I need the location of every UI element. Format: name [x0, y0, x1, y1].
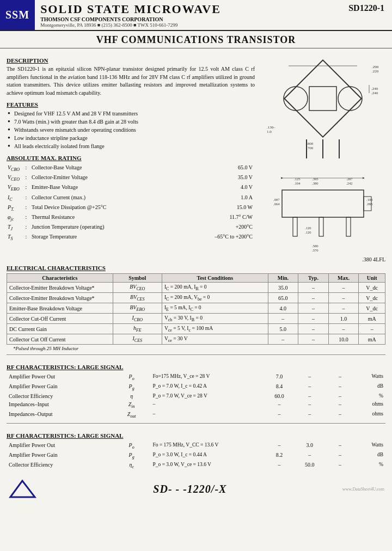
min-cell: 35.0 [268, 283, 298, 293]
svg-text:.064: .064 [273, 202, 280, 206]
sym-cell: BVCEO [113, 283, 162, 293]
page-title: VHF COMMUNICATIONS TRANSISTOR [0, 31, 392, 48]
table-row: Collector-Emitter Breakdown Voltage* BVC… [7, 283, 385, 293]
typ-cell: – [295, 451, 325, 461]
company-sub: THOMSON CSF COMPONENTS CORPORATION [40, 16, 335, 22]
svg-text:.700: .700 [307, 146, 314, 150]
typ-cell: – [298, 283, 329, 293]
desc-cell: Thermal Resistance [29, 213, 176, 223]
company-name: SOLID STATE MICROWAVE [40, 2, 335, 16]
footer: THOMSON-CSF SD- - -1220/-X www.DataSheet… [0, 474, 392, 502]
unit-cell: V_dc [359, 293, 385, 303]
desc-cell: Collector Current (max.) [29, 193, 176, 203]
abs-max-title: ABSOLUTE MAX. RATING [7, 155, 255, 161]
colon-cell: : [23, 183, 29, 193]
unit-cell: dB [355, 382, 385, 392]
list-item: 7.0 Watts (min.) with greater than 8.4 d… [7, 118, 255, 126]
desc-cell: Emitter-Base Voltage [29, 183, 176, 193]
svg-rect-20 [319, 217, 323, 236]
sym-cell: BVEBO [113, 303, 162, 314]
svg-text:.095: .095 [366, 202, 372, 206]
col-min: Min. [268, 274, 298, 283]
rf-table-1: Amplifier Power Out Po Fo=175 MHz, V_ce … [7, 372, 385, 420]
typ-cell: – [298, 303, 329, 314]
colon-cell: : [23, 163, 29, 173]
value-cell: 4.0 V [176, 183, 255, 193]
table-row: PT. : Total Device Dissipation @+25°C 15… [7, 203, 255, 213]
cond-cell: P_o = 7.0 W, I_c = 0.42 A [150, 382, 264, 392]
sym-cell: IC [7, 193, 23, 203]
svg-text:.104: .104 [294, 181, 301, 185]
cond-cell: P_o = 7.0 W, V_ce = 28 V [150, 392, 264, 400]
unit-cell: ohms [355, 410, 385, 420]
unit-cell: mA [359, 314, 385, 324]
right-column: .290 .220 .240 .240 .130– 1.0 .800 .700 [260, 53, 385, 262]
colon-cell: : [23, 203, 29, 213]
svg-rect-3 [309, 87, 336, 111]
divider-2 [7, 423, 385, 424]
cond-cell: – [150, 400, 264, 410]
colon-cell: : [23, 193, 29, 203]
table-row: Emitter-Base Breakdown Voltage BVEBO IE … [7, 303, 385, 314]
cond-cell: Fo = 175 MHz, V_CC = 13.6 V [150, 441, 264, 451]
left-column: DESCRIPTION The SD1220-1 is an epitaxial… [7, 53, 260, 262]
main-content: DESCRIPTION The SD1220-1 is an epitaxial… [0, 48, 392, 262]
unit-cell: – [359, 324, 385, 334]
svg-text:.220: .220 [372, 69, 379, 74]
rf-table-2: Amplifier Power Out Po Fo = 175 MHz, V_C… [7, 441, 385, 470]
sym-cell: Po [113, 441, 151, 451]
max-cell: – [328, 293, 359, 303]
sym-cell: ICBO [113, 314, 162, 324]
svg-text:.570: .570 [312, 248, 318, 252]
value-cell: +200°C [176, 223, 255, 232]
typ-cell: – [298, 314, 329, 324]
package-diagram: .290 .220 .240 .240 .130– 1.0 .800 .700 [266, 55, 380, 164]
table-row: Amplifier Power Out Po Fo = 175 MHz, V_C… [7, 441, 385, 451]
sym-cell: BVCES [113, 293, 162, 303]
part-number-header: SD1220-1 [341, 0, 392, 30]
svg-rect-19 [293, 217, 297, 236]
cond-cell: Vce = 5 V, Ic = 100 mA [162, 324, 268, 334]
char-cell: Amplifier Power Gain [7, 382, 113, 392]
max-cell: – [325, 392, 356, 400]
table-row: VEBO : Emitter-Base Voltage 4.0 V [7, 183, 255, 193]
table-row: Collector-Emitter Breakdown Voltage* BVC… [7, 293, 385, 303]
unit-cell: Watts [355, 441, 385, 451]
divider-1 [7, 354, 385, 355]
features-title: FEATURES [7, 101, 255, 108]
features-list: Designed for VHF 12.5 V AM and 28 V FM t… [7, 109, 255, 150]
dims-svg: .125 .104 .395 .380 .287 .242 .087 .064 … [266, 168, 380, 255]
cond-cell: P_o = 3.0 W, V_ce = 13.6 V [150, 461, 264, 470]
svg-text:.240: .240 [371, 87, 378, 91]
sym-cell: Pg [113, 451, 151, 461]
header: SSM SOLID STATE MICROWAVE THOMSON CSF CO… [0, 0, 392, 31]
value-cell: 15.0 W [176, 203, 255, 213]
package-svg: .290 .220 .240 .240 .130– 1.0 .800 .700 [266, 55, 380, 164]
svg-text:.395: .395 [312, 177, 318, 181]
svg-marker-38 [10, 481, 35, 497]
sym-cell: TJ [7, 223, 23, 232]
col-unit: Unit [359, 274, 385, 283]
sym-cell: φjc [7, 213, 23, 223]
cond-cell: – [150, 410, 264, 420]
colon-cell: : [23, 232, 29, 242]
desc-cell: Junction Temperature (operating) [29, 223, 176, 232]
desc-cell: Storage Temperature [29, 232, 176, 242]
desc-cell: Collector-Base Voltage [29, 163, 176, 173]
sym-cell: PT. [7, 203, 23, 213]
desc-cell: Total Device Dissipation @+25°C [29, 203, 176, 213]
value-cell: –65°C to +200°C [176, 232, 255, 242]
svg-text:.240: .240 [371, 91, 378, 95]
svg-text:.100: .100 [366, 198, 372, 201]
table-row: DC Current Gain hFE Vce = 5 V, Ic = 100 … [7, 324, 385, 334]
dims-diagram: .125 .104 .395 .380 .287 .242 .087 .064 … [266, 168, 380, 255]
max-cell: – [325, 400, 356, 410]
sym-cell: ICES [113, 334, 162, 345]
list-item: All leads electrically isolated from fla… [7, 142, 255, 150]
typ-cell: 3.0 [295, 441, 325, 451]
min-cell: 8.2 [264, 451, 295, 461]
col-cond: Test Conditions [162, 274, 268, 283]
elec-table: Characteristics Symbol Test Conditions M… [7, 273, 385, 345]
min-cell: 60.0 [264, 392, 295, 400]
description-text: The SD1220-1 is an epitaxial silicon NPN… [7, 65, 255, 97]
